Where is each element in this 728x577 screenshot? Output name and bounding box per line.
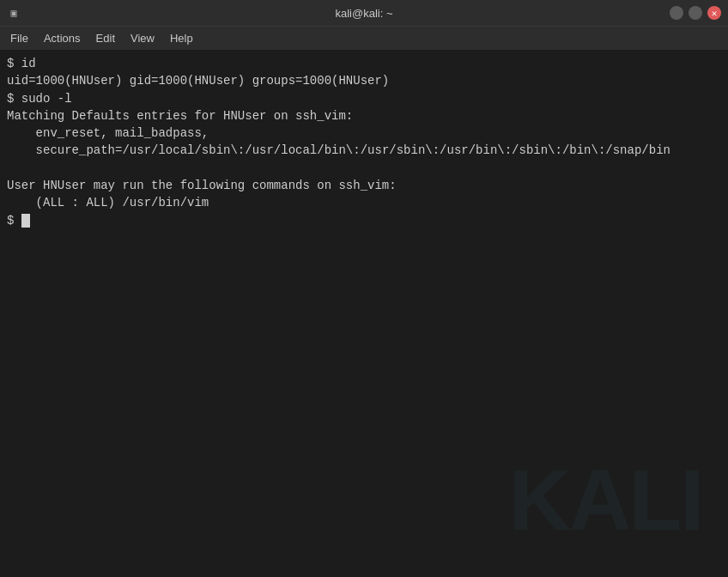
title-bar: ▣ kali@kali: ~ ✕: [0, 0, 728, 26]
window-controls: ✕: [670, 6, 721, 20]
terminal-output: $ id uid=1000(HNUser) gid=1000(HNUser) g…: [7, 55, 721, 229]
menu-file[interactable]: File: [3, 29, 35, 47]
menu-help[interactable]: Help: [163, 29, 200, 47]
close-icon: ✕: [712, 8, 718, 19]
window-title: kali@kali: ~: [335, 7, 392, 20]
maximize-button[interactable]: [689, 6, 702, 20]
title-bar-left: ▣: [7, 6, 21, 20]
terminal-window: ▣ kali@kali: ~ ✕ File Actions Edit View …: [0, 0, 728, 577]
menu-bar: File Actions Edit View Help: [0, 26, 728, 50]
terminal-icon: ▣: [7, 6, 21, 20]
close-button[interactable]: ✕: [707, 6, 721, 20]
kali-watermark: KALI: [509, 457, 702, 543]
terminal-cursor: [21, 214, 30, 228]
menu-edit[interactable]: Edit: [89, 29, 122, 47]
minimize-button[interactable]: [670, 6, 683, 20]
menu-view[interactable]: View: [124, 29, 161, 47]
terminal-body[interactable]: KALI $ id uid=1000(HNUser) gid=1000(HNUs…: [0, 50, 728, 577]
menu-actions[interactable]: Actions: [37, 29, 88, 47]
